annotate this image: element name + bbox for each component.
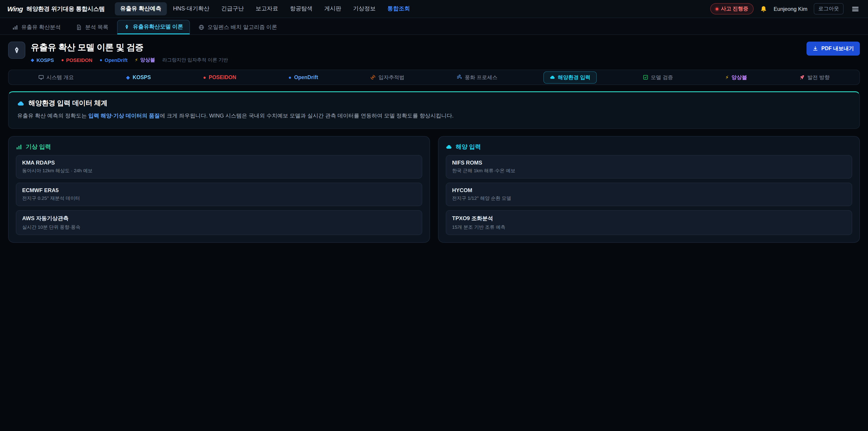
section-nav: 시스템 개요 ◆ KOSPS ● POSEIDON ● OpenDrift 입자… (8, 70, 860, 85)
tab-label: 유출유 확산분석 (21, 23, 61, 31)
badge-poseidon: ● POSEIDON (61, 57, 92, 63)
brand[interactable]: Wing 해양환경 위기대응 통합시스템 (7, 5, 105, 13)
data-source-desc: 한국 근해 1km 해류·수온 예보 (452, 167, 846, 174)
document-icon (76, 24, 82, 30)
section-chip-weathering-process[interactable]: 풍화 프로세스 (450, 71, 504, 83)
nav-item-weather-info[interactable]: 기상정보 (348, 2, 381, 16)
tab-label: 오일펜스 배치 알고리즘 이론 (208, 23, 277, 31)
app-root: Wing 해양환경 위기대응 통합시스템 유출유 확산예측 HNS·대기확산 긴… (0, 0, 868, 431)
top-navigation-bar: Wing 해양환경 위기대응 통합시스템 유출유 확산예측 HNS·대기확산 긴… (0, 0, 868, 18)
nav-item-hns-atmospheric[interactable]: HNS·대기확산 (168, 2, 215, 16)
list-item: ECMWF ERA5 전지구 0.25° 재분석 데이터 (16, 182, 422, 206)
badge-label: KOSPS (36, 57, 54, 63)
check-square-icon (643, 74, 648, 80)
incident-label: 사고 진행중 (721, 5, 748, 12)
data-source-desc: 전지구 0.25° 재분석 데이터 (22, 195, 416, 202)
nav-item-oil-spill-prediction[interactable]: 유출유 확산예측 (115, 2, 167, 16)
chip-label: 입자추적법 (378, 74, 404, 81)
main-nav: 유출유 확산예측 HNS·대기확산 긴급구난 보고자료 항공탐색 게시판 기상정… (115, 2, 415, 16)
topnav-right-cluster: 사고 진행중 Eunjeong Kim 로그아웃 (710, 3, 861, 14)
incident-status-badge[interactable]: 사고 진행중 (710, 3, 754, 14)
lightning-icon: ⚡ (135, 57, 138, 62)
section-chip-model-validation[interactable]: 모델 검증 (636, 71, 679, 83)
nav-item-emergency-rescue[interactable]: 긴급구난 (216, 2, 249, 16)
diamond-icon: ◆ (31, 57, 34, 62)
list-item: AWS 자동기상관측 실시간 10분 단위 풍향·풍속 (16, 210, 422, 235)
cloud-icon (446, 144, 452, 150)
section-chip-opendrift[interactable]: ● OpenDrift (282, 72, 324, 83)
ocean-input-card: 해양 입력 NIFS ROMS 한국 근해 1km 해류·수온 예보 HYCOM… (438, 136, 860, 243)
model-badge-row: ◆ KOSPS ● POSEIDON ● OpenDrift ⚡ 앙상블 (31, 57, 228, 63)
tab-spill-model-theory[interactable]: 유출유확산모델 이론 (117, 20, 190, 34)
dot-icon: ● (288, 75, 291, 80)
tab-oil-fence-algorithm[interactable]: 오일펜스 배치 알고리즘 이론 (192, 20, 284, 34)
nav-item-integrated-search[interactable]: 통합조회 (382, 2, 415, 16)
badge-kosps: ◆ KOSPS (31, 57, 54, 63)
section-chip-system-overview[interactable]: 시스템 개요 (32, 71, 80, 83)
lightning-icon: ⚡ (725, 75, 728, 80)
section-chip-future-direction[interactable]: 발전 방향 (793, 71, 836, 83)
tab-spill-analysis[interactable]: 유출유 확산분석 (5, 20, 68, 34)
data-source-name: AWS 자동기상관측 (22, 214, 416, 222)
section-chip-particle-tracking[interactable]: 입자추적법 (364, 71, 411, 83)
badge-ensemble: ⚡ 앙상블 (135, 57, 155, 63)
badge-opendrift: ● OpenDrift (100, 57, 128, 63)
download-icon (812, 45, 818, 52)
logout-button[interactable]: 로그아웃 (814, 3, 844, 14)
weather-card-title: 기상 입력 (16, 143, 422, 151)
cloud-icon (17, 100, 24, 107)
marine-env-input-section: 해양환경 입력 데이터 체계 유출유 확산 예측의 정확도는 입력 해양·기상 … (8, 91, 860, 129)
nav-item-board[interactable]: 게시판 (319, 2, 347, 16)
data-source-desc: 동아시아 12km 해상도 · 24h 예보 (22, 167, 416, 174)
weather-input-card: 기상 입력 KMA RDAPS 동아시아 12km 해상도 · 24h 예보 E… (8, 136, 430, 243)
data-source-desc: 전지구 1/12° 해양 순환 모델 (452, 195, 846, 202)
page-subtitle: 라그랑지안 입자추적 이론 기반 (162, 57, 228, 63)
list-item: NIFS ROMS 한국 근해 1km 해류·수온 예보 (446, 155, 852, 178)
menu-icon[interactable] (850, 3, 861, 14)
chip-label: OpenDrift (294, 74, 318, 80)
intro-prefix: 유출유 확산 예측의 정확도는 (17, 113, 88, 119)
list-item: KMA RDAPS 동아시아 12km 해상도 · 24h 예보 (16, 155, 422, 178)
section-chip-poseidon[interactable]: ● POSEIDON (197, 72, 243, 83)
section-heading: 해양환경 입력 데이터 체계 (17, 99, 851, 107)
tab-label: 유출유확산모델 이론 (133, 23, 183, 31)
nav-item-aerial-search[interactable]: 항공탐색 (285, 2, 318, 16)
page-header: 유출유 확산 모델 이론 및 검증 ◆ KOSPS ● POSEIDON ● O… (0, 35, 868, 68)
ocean-card-title: 해양 입력 (446, 143, 852, 151)
app-title: 해양환경 위기대응 통합시스템 (26, 5, 105, 13)
chip-label: 해양환경 입력 (558, 74, 590, 81)
bell-icon[interactable] (760, 5, 767, 12)
nav-item-reports[interactable]: 보고자료 (250, 2, 284, 16)
tab-analysis-list[interactable]: 분석 목록 (69, 20, 115, 34)
card-title-label: 기상 입력 (26, 143, 51, 151)
wing-logo: Wing (7, 5, 23, 13)
globe-icon (198, 24, 204, 30)
monitor-icon (38, 74, 43, 80)
list-item: HYCOM 전지구 1/12° 해양 순환 모델 (446, 182, 852, 206)
dot-icon: ● (61, 57, 64, 62)
list-item: TPXO9 조화분석 15개 분조 기반 조류 예측 (446, 210, 852, 235)
section-chip-ensemble[interactable]: ⚡ 앙상블 (719, 71, 753, 83)
chip-label: 모델 검증 (651, 74, 673, 81)
section-chip-kosps[interactable]: ◆ KOSPS (120, 72, 157, 83)
user-name[interactable]: Eunjeong Kim (774, 6, 807, 12)
section-chip-marine-env-input[interactable]: 해양환경 입력 (544, 71, 597, 83)
data-source-name: NIFS ROMS (452, 159, 846, 166)
diamond-icon: ◆ (126, 75, 130, 80)
badge-label: OpenDrift (105, 57, 127, 63)
card-title-label: 해양 입력 (456, 143, 481, 151)
chip-label: 앙상블 (732, 74, 747, 81)
data-source-name: KMA RDAPS (22, 159, 416, 166)
data-source-desc: 실시간 10분 단위 풍향·풍속 (22, 224, 416, 230)
chip-label: 시스템 개요 (46, 74, 74, 81)
data-source-desc: 15개 분조 기반 조류 예측 (452, 224, 846, 230)
chart-icon (12, 24, 18, 30)
data-cards-row: 기상 입력 KMA RDAPS 동아시아 12km 해상도 · 24h 예보 E… (8, 136, 860, 243)
badge-label: 앙상블 (140, 57, 155, 63)
cloud-icon (550, 74, 555, 80)
dot-icon: ● (203, 75, 206, 80)
intro-suffix: 에 크게 좌우됩니다. WING 시스템은 국내외 수치예보 모델과 실시간 관… (160, 113, 454, 119)
pdf-export-button[interactable]: PDF 내보내기 (807, 41, 860, 56)
page-title: 유출유 확산 모델 이론 및 검증 (31, 41, 228, 53)
bar-chart-icon (16, 144, 22, 150)
